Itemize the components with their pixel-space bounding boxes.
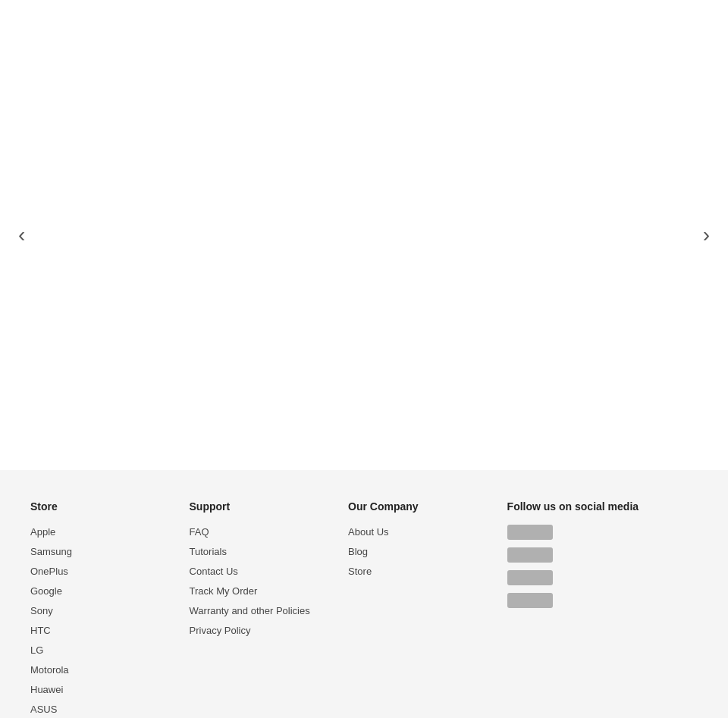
footer-support-column: Support FAQ Tutorials Contact Us Track M… (190, 500, 349, 718)
list-item (507, 525, 698, 540)
footer-company-heading: Our Company (348, 500, 507, 513)
footer-company-column: Our Company About Us Blog Store (348, 500, 507, 718)
social-icons-container (507, 525, 698, 608)
list-item: Samsung (30, 544, 190, 558)
store-htc-link[interactable]: HTC (30, 625, 51, 636)
list-item (507, 570, 698, 585)
carousel-prev-button[interactable]: ‹ (8, 215, 36, 255)
footer-support-list: FAQ Tutorials Contact Us Track My Order … (190, 525, 349, 637)
list-item: Warranty and other Policies (190, 604, 349, 617)
support-track-link[interactable]: Track My Order (190, 585, 258, 597)
support-faq-link[interactable]: FAQ (190, 526, 209, 538)
list-item: Motorola (30, 663, 190, 676)
list-item: Sony (30, 604, 190, 617)
list-item: OnePlus (30, 564, 190, 578)
store-sony-link[interactable]: Sony (30, 605, 53, 616)
list-item: Store (348, 564, 507, 578)
social-icon-1[interactable] (507, 525, 553, 540)
footer-social-column: Follow us on social media (507, 500, 698, 718)
list-item: Huawei (30, 682, 190, 696)
list-item: Privacy Policy (190, 623, 349, 637)
list-item: FAQ (190, 525, 349, 538)
list-item: Track My Order (190, 584, 349, 597)
footer-social-heading: Follow us on social media (507, 500, 698, 513)
footer-store-heading: Store (30, 500, 190, 513)
footer-columns: Store Apple Samsung OnePlus Google Sony … (30, 500, 698, 718)
company-blog-link[interactable]: Blog (348, 546, 368, 557)
support-warranty-link[interactable]: Warranty and other Policies (190, 605, 310, 616)
carousel-next-button[interactable]: › (692, 215, 720, 255)
store-samsung-link[interactable]: Samsung (30, 546, 72, 557)
footer: Store Apple Samsung OnePlus Google Sony … (0, 470, 728, 718)
list-item: About Us (348, 525, 507, 538)
list-item: Apple (30, 525, 190, 538)
list-item: ASUS (30, 702, 190, 716)
support-contact-link[interactable]: Contact Us (190, 566, 238, 577)
list-item: HTC (30, 623, 190, 637)
social-icon-4[interactable] (507, 593, 553, 608)
company-store-link[interactable]: Store (348, 566, 372, 577)
list-item: LG (30, 643, 190, 657)
footer-store-column: Store Apple Samsung OnePlus Google Sony … (30, 500, 190, 718)
footer-store-list: Apple Samsung OnePlus Google Sony HTC LG… (30, 525, 190, 716)
support-privacy-link[interactable]: Privacy Policy (190, 625, 251, 636)
main-carousel: ‹ › (0, 0, 728, 470)
list-item: Tutorials (190, 544, 349, 558)
support-tutorials-link[interactable]: Tutorials (190, 546, 227, 557)
store-huawei-link[interactable]: Huawei (30, 684, 63, 695)
list-item: Google (30, 584, 190, 597)
store-google-link[interactable]: Google (30, 585, 62, 597)
social-icon-2[interactable] (507, 547, 553, 563)
store-lg-link[interactable]: LG (30, 644, 43, 656)
store-motorola-link[interactable]: Motorola (30, 664, 69, 676)
list-item: Blog (348, 544, 507, 558)
social-icon-3[interactable] (507, 570, 553, 585)
store-asus-link[interactable]: ASUS (30, 704, 57, 715)
list-item (507, 547, 698, 563)
footer-support-heading: Support (190, 500, 349, 513)
store-apple-link[interactable]: Apple (30, 526, 55, 538)
list-item: Contact Us (190, 564, 349, 578)
list-item (507, 593, 698, 608)
footer-company-list: About Us Blog Store (348, 525, 507, 578)
store-oneplus-link[interactable]: OnePlus (30, 566, 68, 577)
company-about-link[interactable]: About Us (348, 526, 388, 538)
